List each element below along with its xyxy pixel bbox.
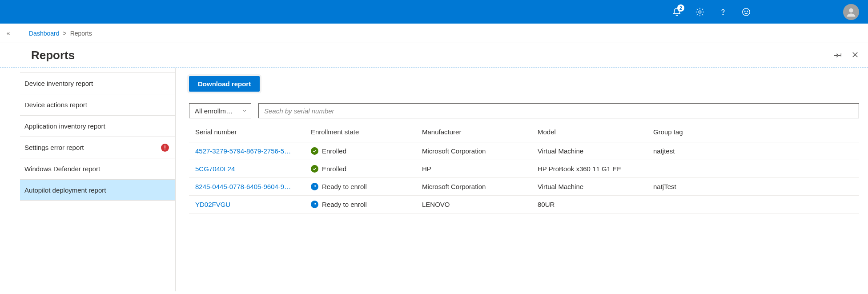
title-actions: [834, 51, 859, 60]
download-report-button[interactable]: Download report: [189, 76, 260, 92]
col-serial[interactable]: Serial number: [189, 122, 305, 142]
avatar[interactable]: [843, 4, 859, 20]
serial-link[interactable]: 8245-0445-0778-6405-9604-9…: [195, 183, 300, 190]
notification-badge: 2: [677, 4, 684, 12]
col-manufacturer[interactable]: Manufacturer: [416, 122, 531, 142]
sidebar-item-label: Windows Defender report: [24, 165, 100, 173]
sidebar-item-label: Device actions report: [24, 101, 87, 109]
devices-table: Serial number Enrollment state Manufactu…: [189, 122, 859, 213]
sidebar-item[interactable]: Autopilot deployment report: [20, 179, 175, 201]
pin-icon[interactable]: [834, 51, 842, 60]
cell-model: HP ProBook x360 11 G1 EE: [531, 160, 647, 178]
feedback-icon[interactable]: [740, 6, 752, 18]
sidebar-item-label: Settings error report: [24, 144, 84, 151]
collapse-sidebar-icon[interactable]: «: [7, 30, 16, 36]
state-label: Ready to enroll: [322, 183, 367, 190]
notifications-icon[interactable]: 2: [671, 6, 683, 18]
svg-point-2: [743, 8, 750, 16]
breadcrumb: « Dashboard > Reports: [0, 24, 868, 43]
cell-tag: natjtest: [647, 142, 859, 160]
enrollment-state: Enrolled: [311, 147, 411, 155]
svg-point-1: [723, 14, 723, 14]
table-row: YD02FVGUReady to enrollLENOVO80UR: [189, 196, 859, 213]
cell-model: Virtual Machine: [531, 142, 647, 160]
svg-point-4: [747, 11, 747, 11]
col-state[interactable]: Enrollment state: [305, 122, 416, 142]
topbar: 2: [0, 0, 868, 24]
alert-icon: !: [161, 144, 169, 152]
sidebar-item[interactable]: Device actions report: [20, 94, 175, 115]
breadcrumb-current: Reports: [70, 30, 92, 37]
serial-link[interactable]: 4527-3279-5794-8679-2756-5…: [195, 147, 300, 155]
enrollment-state: Enrolled: [311, 165, 411, 173]
table-row: 4527-3279-5794-8679-2756-5…EnrolledMicro…: [189, 142, 859, 160]
table-row: 8245-0445-0778-6405-9604-9…Ready to enro…: [189, 178, 859, 196]
enrollment-filter-dropdown[interactable]: All enrollm…: [189, 103, 251, 118]
main-panel: Download report All enrollm… Serial numb…: [176, 68, 868, 291]
clock-circle-icon: [311, 201, 318, 208]
help-icon[interactable]: [717, 6, 729, 18]
clock-circle-icon: [311, 183, 318, 190]
check-circle-icon: [311, 165, 318, 173]
cell-manufacturer: HP: [416, 160, 531, 178]
topbar-icons: 2: [671, 6, 752, 18]
sidebar-item-label: Autopilot deployment report: [24, 186, 106, 194]
col-tag[interactable]: Group tag: [647, 122, 859, 142]
cell-tag: [647, 160, 859, 178]
breadcrumb-root[interactable]: Dashboard: [29, 30, 60, 37]
svg-point-0: [699, 11, 701, 13]
controls-row: All enrollm…: [189, 103, 859, 118]
close-icon[interactable]: [851, 51, 859, 60]
sidebar-item[interactable]: Settings error report!: [20, 137, 175, 158]
serial-link[interactable]: YD02FVGU: [195, 201, 300, 208]
page-title-row: Reports: [0, 43, 868, 68]
col-model[interactable]: Model: [531, 122, 647, 142]
table-header-row: Serial number Enrollment state Manufactu…: [189, 122, 859, 142]
state-label: Enrolled: [322, 147, 346, 155]
check-circle-icon: [311, 147, 318, 155]
cell-tag: natjTest: [647, 178, 859, 196]
cell-model: Virtual Machine: [531, 178, 647, 196]
gear-icon[interactable]: [694, 6, 706, 18]
cell-manufacturer: LENOVO: [416, 196, 531, 213]
sidebar: Device inventory reportDevice actions re…: [0, 68, 176, 291]
cell-manufacturer: Microsoft Corporation: [416, 178, 531, 196]
cell-manufacturer: Microsoft Corporation: [416, 142, 531, 160]
state-label: Ready to enroll: [322, 201, 367, 208]
state-label: Enrolled: [322, 165, 346, 173]
svg-point-5: [849, 8, 853, 12]
serial-link[interactable]: 5CG7040L24: [195, 165, 300, 173]
dropdown-label: All enrollm…: [195, 107, 237, 115]
table-row: 5CG7040L24EnrolledHPHP ProBook x360 11 G…: [189, 160, 859, 178]
chevron-down-icon: [242, 107, 247, 115]
cell-model: 80UR: [531, 196, 647, 213]
search-input[interactable]: [258, 103, 859, 118]
sidebar-item[interactable]: Application inventory report: [20, 115, 175, 137]
sidebar-item-label: Application inventory report: [24, 122, 105, 130]
cell-tag: [647, 196, 859, 213]
enrollment-state: Ready to enroll: [311, 201, 411, 208]
svg-point-3: [745, 11, 745, 11]
breadcrumb-separator: >: [63, 30, 67, 37]
content: Device inventory reportDevice actions re…: [0, 68, 868, 291]
page-title: Reports: [31, 48, 75, 62]
sidebar-item[interactable]: Windows Defender report: [20, 158, 175, 179]
sidebar-item-label: Device inventory report: [24, 80, 93, 87]
enrollment-state: Ready to enroll: [311, 183, 411, 190]
sidebar-item[interactable]: Device inventory report: [20, 72, 175, 94]
